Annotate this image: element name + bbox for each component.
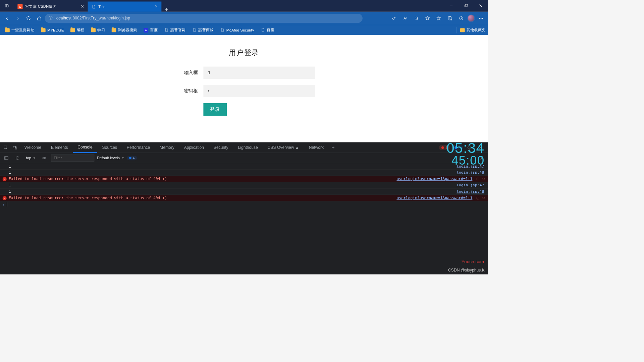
bookmark-item[interactable]: MYEDGE <box>38 27 66 33</box>
bookmark-item[interactable]: 编程 <box>68 27 87 34</box>
refresh-button[interactable] <box>23 13 34 23</box>
console-output[interactable]: 1login.jsp:471login.jsp:48✕Failed to loa… <box>0 163 488 275</box>
tab-actions-icon[interactable] <box>0 4 14 8</box>
source-link[interactable]: login.jsp:48 <box>457 189 484 194</box>
devtools-tab-elements[interactable]: Elements <box>46 142 72 153</box>
live-expression-icon[interactable] <box>40 154 49 162</box>
console-row[interactable]: 1login.jsp:48 <box>0 188 488 195</box>
devtools-tab-cssoverview[interactable]: CSS Overview ▲ <box>263 142 304 153</box>
console-prompt[interactable]: › <box>0 201 488 208</box>
console-row[interactable]: ✕Failed to load resource: the server res… <box>0 176 488 182</box>
profile-avatar[interactable] <box>467 14 475 22</box>
svg-point-29 <box>483 197 485 199</box>
close-window-button[interactable] <box>473 0 488 12</box>
toggle-sidebar-icon[interactable] <box>2 154 11 162</box>
tab-csdn[interactable]: C 写文章-CSDN博客 <box>14 2 88 12</box>
svg-point-16 <box>482 18 483 19</box>
source-link[interactable]: login.jsp:48 <box>457 170 484 175</box>
maximize-button[interactable] <box>459 0 473 12</box>
page-icon <box>164 27 169 33</box>
favorites-icon[interactable] <box>434 13 444 23</box>
bookmark-item[interactable]: 一些重要网址 <box>3 27 37 34</box>
console-toolbar: top Default levels 4 <box>0 153 488 163</box>
console-row[interactable]: ✕Failed to load resource: the server res… <box>0 195 488 201</box>
console-row[interactable]: 1login.jsp:47 <box>0 182 488 188</box>
bookmark-item[interactable]: 惠普官网 <box>162 26 188 34</box>
bookmark-item[interactable]: 学习 <box>89 27 108 34</box>
new-tab-button[interactable] <box>161 8 171 12</box>
bookmark-item[interactable]: 百度 <box>141 27 160 34</box>
error-icon: ✕ <box>3 196 7 200</box>
devtools-tab-welcome[interactable]: Welcome <box>20 142 46 153</box>
close-icon[interactable] <box>154 4 158 9</box>
zoom-icon[interactable] <box>411 13 421 23</box>
close-icon[interactable] <box>80 4 84 9</box>
more-tabs-icon[interactable] <box>329 143 337 152</box>
password-input[interactable] <box>203 85 315 97</box>
context-selector[interactable]: top <box>24 156 38 160</box>
username-input[interactable] <box>203 67 315 79</box>
password-icon[interactable] <box>389 13 399 23</box>
error-count-badge[interactable]: 2 <box>439 145 450 150</box>
devtools-tab-sources[interactable]: Sources <box>98 142 122 153</box>
password-label: 密码框 <box>173 88 203 94</box>
site-info-icon[interactable] <box>48 15 53 21</box>
clear-console-icon[interactable] <box>13 154 22 162</box>
folder-icon <box>41 28 46 32</box>
favorite-icon[interactable] <box>423 13 433 23</box>
home-button[interactable] <box>34 13 44 23</box>
devtools-tab-memory[interactable]: Memory <box>155 142 179 153</box>
folder-icon <box>460 28 465 32</box>
svg-rect-3 <box>465 5 467 7</box>
tab-title-active[interactable]: Title <box>88 2 162 12</box>
devtools-tab-security[interactable]: Security <box>209 142 233 153</box>
back-button[interactable] <box>2 13 12 23</box>
bookmarks-overflow[interactable]: 其他收藏夹 <box>454 27 486 33</box>
svg-point-20 <box>469 147 470 148</box>
devtools-close-icon[interactable] <box>476 143 485 152</box>
log-levels-selector[interactable]: Default levels <box>97 156 124 160</box>
bookmark-item[interactable]: McAfee Security <box>218 26 257 34</box>
svg-point-24 <box>44 157 45 158</box>
source-link[interactable]: login.jsp:47 <box>457 164 484 169</box>
console-row[interactable]: 1login.jsp:48 <box>0 170 488 176</box>
devtools-tab-performance[interactable]: Performance <box>122 142 155 153</box>
source-link[interactable]: userlogin?username=1&password=1:1 <box>396 196 472 200</box>
devtools-tab-console[interactable]: Console <box>73 142 97 153</box>
read-aloud-icon[interactable] <box>400 13 410 23</box>
source-link[interactable]: userlogin?username=1&password=1:1 <box>396 177 472 181</box>
settings-icon[interactable] <box>465 143 474 152</box>
minimize-button[interactable] <box>444 0 459 12</box>
svg-rect-11 <box>448 17 451 20</box>
bookmark-item[interactable]: 惠普商城 <box>190 26 216 34</box>
inspect-icon[interactable] <box>2 143 10 152</box>
menu-icon[interactable] <box>476 13 486 23</box>
bookmark-item[interactable]: 百度 <box>258 26 277 34</box>
devtools-tab-lighthouse[interactable]: Lighthouse <box>233 142 263 153</box>
browser-toolbar: localhost:8082/FirstTry_war/html/login.j… <box>0 12 488 25</box>
forward-button <box>13 13 23 23</box>
copy-icon <box>476 177 480 181</box>
issues-badge[interactable]: 4 <box>127 156 137 160</box>
bookmark-item[interactable]: 浏览器搜索 <box>109 27 140 34</box>
history-icon[interactable] <box>456 13 466 23</box>
address-bar[interactable]: localhost:8082/FirstTry_war/html/login.j… <box>45 14 363 23</box>
watermark: CSDN @sisyphus.K <box>448 268 485 273</box>
info-count-badge[interactable]: 4 <box>452 145 463 150</box>
devtools-tab-application[interactable]: Application <box>179 142 209 153</box>
svg-rect-21 <box>5 157 8 160</box>
devtools-tab-network[interactable]: Network <box>304 142 328 153</box>
console-settings-icon[interactable] <box>478 154 486 162</box>
svg-point-8 <box>392 18 394 19</box>
device-toggle-icon[interactable] <box>11 143 19 152</box>
console-row[interactable]: 1login.jsp:47 <box>0 163 488 170</box>
source-link[interactable]: login.jsp:47 <box>457 183 484 188</box>
console-filter-input[interactable] <box>51 154 94 161</box>
login-button[interactable]: 登录 <box>203 103 227 116</box>
collections-icon[interactable] <box>445 13 455 23</box>
svg-point-14 <box>479 18 480 19</box>
svg-rect-0 <box>5 4 8 7</box>
csdn-favicon-icon: C <box>17 4 22 9</box>
page-favicon-icon <box>91 4 96 9</box>
folder-icon <box>5 28 10 32</box>
